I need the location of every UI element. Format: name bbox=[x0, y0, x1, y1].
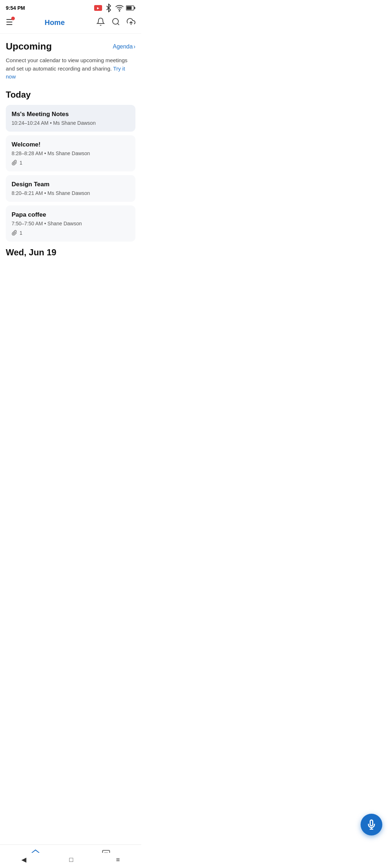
wed-title: Wed, Jun 19 bbox=[6, 247, 135, 258]
bluetooth-icon bbox=[104, 4, 113, 12]
page-title: Home bbox=[45, 18, 65, 27]
agenda-link[interactable]: Agenda › bbox=[113, 43, 136, 50]
meeting-title-1: Welcome! bbox=[12, 141, 130, 148]
svg-rect-2 bbox=[134, 7, 135, 9]
main-content: Upcoming Agenda › Connect your calendar … bbox=[0, 34, 141, 308]
status-bar: 9:54 PM bbox=[0, 0, 141, 14]
svg-point-4 bbox=[113, 18, 118, 24]
meeting-footer-3: 1 bbox=[12, 230, 130, 236]
record-icon bbox=[94, 5, 102, 11]
meeting-card-1[interactable]: Welcome! 8:28–8:28 AM • Ms Shane Dawson … bbox=[6, 135, 135, 171]
meeting-card-0[interactable]: Ms's Meeting Notes 10:24–10:24 AM • Ms S… bbox=[6, 105, 135, 132]
upload-icon bbox=[127, 17, 135, 26]
clip-icon-1 bbox=[12, 160, 17, 166]
meeting-card-2[interactable]: Design Team 8:20–8:21 AM • Ms Shane Daws… bbox=[6, 175, 135, 202]
upcoming-title: Upcoming bbox=[6, 41, 52, 52]
meeting-meta-0: 10:24–10:24 AM • Ms Shane Dawson bbox=[12, 120, 130, 126]
nav-actions bbox=[96, 17, 135, 27]
clip-icon-3 bbox=[12, 230, 17, 236]
clip-count-1: 1 bbox=[20, 160, 22, 166]
upload-button[interactable] bbox=[127, 17, 135, 27]
upcoming-header: Upcoming Agenda › bbox=[6, 41, 135, 52]
meeting-title-3: Papa coffee bbox=[12, 211, 130, 218]
battery-icon bbox=[126, 5, 135, 10]
meeting-card-3[interactable]: Papa coffee 7:50–7:50 AM • Shane Dawson … bbox=[6, 205, 135, 242]
notifications-button[interactable] bbox=[96, 17, 105, 27]
hamburger-badge bbox=[11, 17, 15, 20]
menu-button[interactable]: ☰ bbox=[6, 18, 13, 27]
today-title: Today bbox=[6, 90, 135, 100]
wifi-icon bbox=[115, 4, 124, 12]
search-icon bbox=[112, 17, 120, 26]
meeting-meta-1: 8:28–8:28 AM • Ms Shane Dawson bbox=[12, 150, 130, 156]
svg-line-5 bbox=[118, 24, 119, 25]
top-nav: ☰ Home bbox=[0, 14, 141, 34]
meeting-title-0: Ms's Meeting Notes bbox=[12, 111, 130, 118]
meeting-footer-1: 1 bbox=[12, 160, 130, 166]
search-button[interactable] bbox=[112, 17, 120, 27]
meeting-title-2: Design Team bbox=[12, 181, 130, 188]
bell-icon bbox=[96, 17, 105, 26]
upcoming-description: Connect your calendar to view upcoming m… bbox=[6, 56, 135, 81]
meeting-meta-3: 7:50–7:50 AM • Shane Dawson bbox=[12, 221, 130, 226]
svg-point-0 bbox=[119, 10, 120, 11]
meeting-meta-2: 8:20–8:21 AM • Ms Shane Dawson bbox=[12, 190, 130, 196]
clip-count-3: 1 bbox=[20, 230, 22, 236]
status-time: 9:54 PM bbox=[6, 5, 25, 11]
status-icons bbox=[94, 4, 135, 12]
svg-rect-3 bbox=[127, 7, 132, 10]
